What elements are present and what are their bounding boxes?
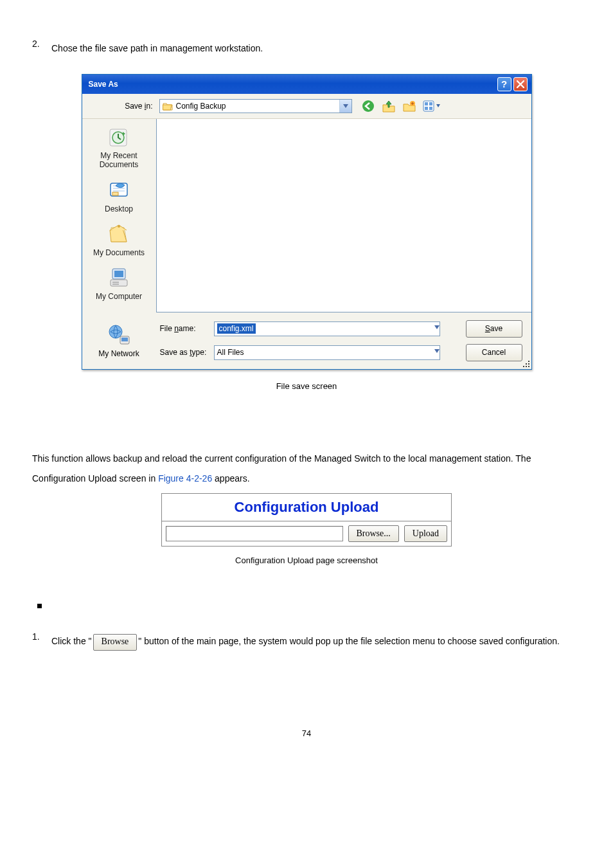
svg-point-24 bbox=[526, 366, 527, 367]
save-as-type-value: All Files bbox=[217, 348, 244, 357]
svg-rect-3 bbox=[425, 102, 428, 105]
browse-button[interactable]: Browse... bbox=[348, 525, 399, 542]
config-upload-path-input[interactable] bbox=[166, 526, 343, 541]
save-as-title-text: Save As bbox=[89, 80, 118, 89]
config-upload-title: Configuration Upload bbox=[162, 494, 451, 521]
save-in-label: Save in: bbox=[125, 102, 152, 111]
place-recent[interactable]: My Recent Documents bbox=[82, 125, 156, 170]
file-list-area[interactable] bbox=[156, 119, 531, 312]
place-mynetwork[interactable]: My Network bbox=[82, 323, 156, 358]
svg-rect-15 bbox=[112, 282, 119, 283]
filename-label: File name: bbox=[160, 324, 196, 333]
step-1-text-a: Click the " bbox=[51, 636, 92, 646]
svg-rect-13 bbox=[114, 271, 123, 277]
save-as-figure: Save As ? Save in: Config Backup bbox=[32, 74, 581, 370]
browse-button-inline[interactable]: Browse bbox=[93, 634, 138, 651]
svg-point-11 bbox=[118, 225, 120, 228]
step-1-text-b: " button of the main page, the system wo… bbox=[138, 636, 560, 646]
paragraph-config-upload: This function allows backup and reload t… bbox=[32, 449, 581, 489]
step-1-number: 1. bbox=[32, 631, 51, 651]
step-1: 1. Click the "Browse" button of the main… bbox=[32, 631, 581, 651]
place-recent-label: My Recent Documents bbox=[82, 151, 156, 170]
save-button[interactable]: Save bbox=[466, 320, 522, 338]
bullet-marker bbox=[37, 604, 42, 608]
step-1-body: Click the "Browse" button of the main pa… bbox=[51, 631, 581, 651]
step-2: 2. Chose the file save path in managemen… bbox=[32, 39, 581, 59]
save-as-type-dropdown[interactable]: All Files bbox=[214, 345, 440, 360]
page-number: 74 bbox=[32, 728, 581, 738]
save-as-type-label: Save as type: bbox=[160, 348, 207, 357]
svg-point-25 bbox=[528, 366, 529, 367]
config-upload-panel: Configuration Upload Browse... Upload bbox=[161, 493, 452, 547]
chevron-down-icon[interactable] bbox=[434, 346, 440, 359]
places-bar: My Recent Documents Desktop My Documents… bbox=[82, 119, 156, 312]
svg-rect-5 bbox=[425, 107, 428, 110]
place-mydocs-label: My Documents bbox=[93, 248, 145, 257]
help-icon[interactable]: ? bbox=[497, 77, 511, 91]
close-icon[interactable] bbox=[513, 77, 528, 91]
figure-link[interactable]: Figure 4-2-26 bbox=[158, 473, 212, 484]
step-2-number: 2. bbox=[32, 39, 51, 59]
upload-button[interactable]: Upload bbox=[404, 525, 447, 542]
place-mynetwork-label: My Network bbox=[98, 349, 139, 358]
place-mydocs[interactable]: My Documents bbox=[82, 222, 156, 257]
figure-caption-2: Configuration Upload page screenshot bbox=[32, 556, 581, 565]
filename-input[interactable]: config.xml bbox=[214, 321, 440, 336]
save-as-body: My Recent Documents Desktop My Documents… bbox=[82, 119, 531, 312]
folder-icon bbox=[163, 102, 173, 111]
save-in-bar: Save in: Config Backup bbox=[82, 94, 531, 119]
svg-rect-6 bbox=[429, 107, 432, 110]
new-folder-icon[interactable] bbox=[402, 99, 416, 113]
place-desktop-label: Desktop bbox=[105, 204, 133, 213]
svg-point-20 bbox=[528, 361, 529, 362]
place-desktop[interactable]: Desktop bbox=[82, 179, 156, 213]
filename-value: config.xml bbox=[217, 323, 256, 334]
save-in-dropdown[interactable]: Config Backup bbox=[159, 99, 352, 113]
svg-rect-16 bbox=[112, 284, 119, 285]
svg-point-0 bbox=[362, 100, 374, 112]
svg-point-22 bbox=[528, 363, 529, 365]
step-2-text: Chose the file save path in management w… bbox=[51, 39, 581, 59]
svg-rect-10 bbox=[112, 192, 118, 195]
config-upload-row: Browse... Upload bbox=[162, 521, 451, 546]
back-icon[interactable] bbox=[361, 99, 375, 113]
svg-rect-19 bbox=[121, 338, 128, 341]
svg-point-21 bbox=[526, 363, 527, 365]
svg-point-17 bbox=[109, 325, 122, 338]
para1-b: appears. bbox=[212, 473, 249, 484]
chevron-down-icon[interactable] bbox=[339, 100, 351, 113]
cancel-button[interactable]: Cancel bbox=[466, 344, 522, 361]
chevron-down-icon[interactable] bbox=[434, 322, 440, 336]
save-as-bottom: My Network File name: config.xml Save Sa… bbox=[82, 312, 531, 369]
place-mycomputer-label: My Computer bbox=[96, 292, 142, 301]
up-one-level-icon[interactable] bbox=[382, 99, 396, 113]
place-mycomputer[interactable]: My Computer bbox=[82, 266, 156, 301]
svg-rect-4 bbox=[429, 102, 432, 105]
figure-caption-1: File save screen bbox=[32, 381, 581, 391]
save-in-value: Config Backup bbox=[176, 102, 226, 111]
svg-point-23 bbox=[523, 366, 524, 367]
resize-grip-icon[interactable] bbox=[521, 359, 530, 368]
save-as-dialog: Save As ? Save in: Config Backup bbox=[82, 74, 532, 370]
para1-a: This function allows backup and reload t… bbox=[32, 453, 531, 484]
save-as-titlebar[interactable]: Save As ? bbox=[82, 75, 531, 94]
views-icon[interactable] bbox=[423, 99, 442, 113]
save-as-toolbar bbox=[361, 99, 442, 113]
